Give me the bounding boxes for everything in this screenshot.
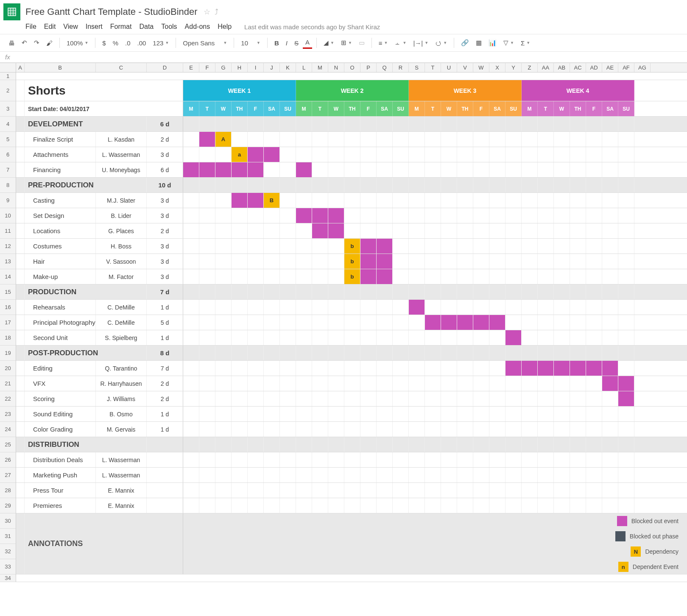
col-header-M[interactable]: M xyxy=(312,63,328,72)
row-header-27[interactable]: 27 xyxy=(0,468,16,483)
row-header-32[interactable]: 32 xyxy=(0,544,16,559)
font-size-select[interactable]: 10▼ xyxy=(238,38,263,48)
task-name[interactable]: Distribution Deals xyxy=(25,452,96,467)
task-owner[interactable]: M.J. Slater xyxy=(96,193,147,208)
phase-name[interactable]: POST-PRODUCTION xyxy=(25,346,147,360)
v-align-button[interactable]: ⫠▼ xyxy=(392,38,409,48)
task-owner[interactable]: L. Wasserman xyxy=(96,468,147,482)
task-duration[interactable]: 6 d xyxy=(147,162,183,177)
project-title[interactable]: Shorts xyxy=(25,80,183,101)
task-owner[interactable]: U. Moneybags xyxy=(96,162,147,177)
task-owner[interactable]: B. Lider xyxy=(96,208,147,223)
task-owner[interactable]: E. Mannix xyxy=(96,483,147,498)
print-icon[interactable]: 🖶 xyxy=(6,38,17,48)
insert-chart-icon[interactable]: 📊 xyxy=(486,37,499,48)
more-formats[interactable]: 123▼ xyxy=(150,38,171,48)
task-owner[interactable]: L. Wasserman xyxy=(96,147,147,162)
row-header-33[interactable]: 33 xyxy=(0,559,16,574)
task-duration[interactable]: 3 d xyxy=(147,193,183,208)
insert-comment-icon[interactable]: ▦ xyxy=(473,37,484,48)
text-color-button[interactable]: A xyxy=(303,37,312,49)
task-duration[interactable]: 2 d xyxy=(147,391,183,406)
phase-name[interactable]: DEVELOPMENT xyxy=(25,117,147,131)
spreadsheet-content[interactable]: ShortsWEEK 1WEEK 2WEEK 3WEEK 4Start Date… xyxy=(16,72,687,582)
phase-name[interactable]: DISTRIBUTION xyxy=(25,437,147,452)
row-header-22[interactable]: 22 xyxy=(0,391,16,407)
task-name[interactable]: Hair xyxy=(25,254,96,269)
task-duration[interactable] xyxy=(147,452,183,467)
row-header-18[interactable]: 18 xyxy=(0,330,16,346)
col-header-B[interactable]: B xyxy=(25,63,96,72)
task-duration[interactable]: 2 d xyxy=(147,132,183,147)
col-header-F[interactable]: F xyxy=(199,63,215,72)
task-duration[interactable]: 7 d xyxy=(147,361,183,376)
task-duration[interactable]: 2 d xyxy=(147,376,183,391)
sheets-icon[interactable] xyxy=(3,3,20,20)
filter-icon[interactable]: ▽▼ xyxy=(501,37,517,48)
row-header-28[interactable]: 28 xyxy=(0,483,16,498)
row-header-30[interactable]: 30 xyxy=(0,513,16,529)
row-header-8[interactable]: 8 xyxy=(0,178,16,193)
menu-file[interactable]: File xyxy=(25,23,36,31)
task-owner[interactable]: R. Harryhausen xyxy=(96,376,147,391)
task-owner[interactable]: S. Spielberg xyxy=(96,330,147,345)
col-header-X[interactable]: X xyxy=(489,63,505,72)
col-header-AB[interactable]: AB xyxy=(554,63,570,72)
insert-link-icon[interactable]: 🔗 xyxy=(458,37,472,48)
task-duration[interactable] xyxy=(147,483,183,498)
task-name[interactable]: Casting xyxy=(25,193,96,208)
task-name[interactable]: Color Grading xyxy=(25,422,96,437)
phase-name[interactable]: PRE-PRODUCTION xyxy=(25,178,147,192)
task-name[interactable]: Finalize Script xyxy=(25,132,96,147)
zoom-select[interactable]: 100%▼ xyxy=(64,38,91,48)
col-header-V[interactable]: V xyxy=(457,63,473,72)
menu-format[interactable]: Format xyxy=(110,23,132,31)
col-header-P[interactable]: P xyxy=(360,63,377,72)
row-header-15[interactable]: 15 xyxy=(0,284,16,300)
task-duration[interactable] xyxy=(147,468,183,482)
phase-duration[interactable] xyxy=(147,437,183,452)
task-duration[interactable]: 3 d xyxy=(147,269,183,284)
col-header-AD[interactable]: AD xyxy=(586,63,602,72)
row-header-20[interactable]: 20 xyxy=(0,361,16,376)
task-name[interactable]: Locations xyxy=(25,223,96,238)
col-header-AF[interactable]: AF xyxy=(618,63,634,72)
row-header-19[interactable]: 19 xyxy=(0,346,16,361)
menu-edit[interactable]: Edit xyxy=(44,23,56,31)
row-header-5[interactable]: 5 xyxy=(0,132,16,147)
task-name[interactable]: Second Unit xyxy=(25,330,96,345)
task-owner[interactable]: L. Wasserman xyxy=(96,452,147,467)
undo-icon[interactable]: ↶ xyxy=(19,37,30,48)
format-currency[interactable]: $ xyxy=(100,38,108,48)
col-header-AA[interactable]: AA xyxy=(538,63,554,72)
task-name[interactable]: VFX xyxy=(25,376,96,391)
col-header-J[interactable]: J xyxy=(264,63,280,72)
task-duration[interactable]: 1 d xyxy=(147,300,183,315)
row-header-7[interactable]: 7 xyxy=(0,162,16,178)
task-owner[interactable]: E. Mannix xyxy=(96,498,147,513)
font-select[interactable]: Open Sans▼ xyxy=(180,38,229,48)
row-header-1[interactable]: 1 xyxy=(0,72,16,80)
task-name[interactable]: Editing xyxy=(25,361,96,376)
decrease-decimal[interactable]: .0 xyxy=(123,38,133,48)
increase-decimal[interactable]: .00 xyxy=(135,38,149,48)
task-name[interactable]: Press Tour xyxy=(25,483,96,498)
task-name[interactable]: Principal Photography xyxy=(25,315,96,330)
task-name[interactable]: Rehearsals xyxy=(25,300,96,315)
merge-cells-button[interactable]: ▭ xyxy=(356,37,367,48)
task-name[interactable]: Sound Editing xyxy=(25,407,96,421)
paint-format-icon[interactable]: 🖌 xyxy=(44,38,55,48)
phase-duration[interactable]: 6 d xyxy=(147,117,183,131)
row-header-25[interactable]: 25 xyxy=(0,437,16,452)
col-header-E[interactable]: E xyxy=(183,63,199,72)
row-header-17[interactable]: 17 xyxy=(0,315,16,330)
task-name[interactable]: Costumes xyxy=(25,239,96,254)
row-header-13[interactable]: 13 xyxy=(0,254,16,269)
task-duration[interactable] xyxy=(147,498,183,513)
phase-duration[interactable]: 10 d xyxy=(147,178,183,192)
task-owner[interactable]: H. Boss xyxy=(96,239,147,254)
task-owner[interactable]: Q. Tarantino xyxy=(96,361,147,376)
col-header-H[interactable]: H xyxy=(232,63,248,72)
redo-icon[interactable]: ↷ xyxy=(31,37,42,48)
task-duration[interactable]: 3 d xyxy=(147,254,183,269)
